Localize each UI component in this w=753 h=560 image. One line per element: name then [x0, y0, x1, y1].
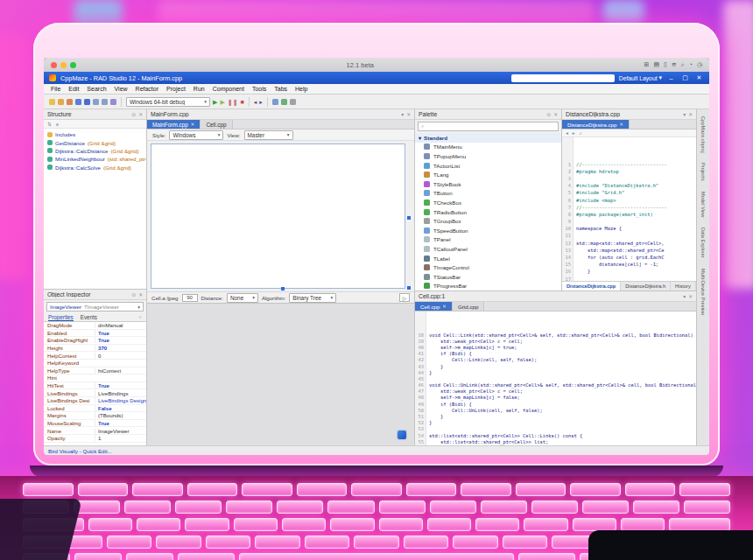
- property-row[interactable]: HelpContext 0: [44, 352, 146, 360]
- battery-icon[interactable]: ▯: [664, 61, 667, 68]
- dock-tab[interactable]: Model View: [700, 192, 706, 217]
- pin-icon[interactable]: ⊙: [546, 112, 551, 117]
- save-icon[interactable]: [75, 99, 81, 105]
- property-row[interactable]: MouseScaling True: [44, 420, 146, 428]
- tiles-icon[interactable]: ⊞: [644, 61, 650, 68]
- view-combo[interactable]: Master ▾: [244, 130, 293, 140]
- palette-component-item[interactable]: TActionList: [415, 161, 561, 171]
- chevron-down-icon[interactable]: ▾: [683, 294, 686, 299]
- close-icon[interactable]: ✕: [138, 112, 143, 117]
- palette-component-item[interactable]: TGroupBox: [415, 216, 561, 226]
- property-row[interactable]: Locked False: [44, 405, 146, 413]
- structure-tree-item[interactable]: MinLinkedNeighbour (std::shared_ptr<Cell…: [44, 155, 146, 163]
- structure-tree-item[interactable]: Dijkstra::CalcSolve (Grid &grid): [44, 164, 146, 172]
- undo-icon[interactable]: [93, 99, 99, 105]
- structure-tree-item[interactable]: Dijkstra::CalcDistance (Grid &grid): [44, 147, 146, 155]
- algorithm-combo[interactable]: Binary Tree ▾: [289, 293, 336, 303]
- file-view-tab[interactable]: DistanceDijkstra.h: [621, 282, 671, 290]
- layers-icon[interactable]: [272, 99, 278, 105]
- open-project-icon[interactable]: [67, 99, 73, 105]
- statusbar-link[interactable]: Bird Visually - Quick Edit...: [48, 448, 112, 454]
- back-icon[interactable]: ◂: [566, 130, 568, 136]
- close-icon[interactable]: ✕: [688, 112, 693, 117]
- dock-tab[interactable]: CppMaze.cbproj: [700, 116, 706, 152]
- palette-component-item[interactable]: TLang: [415, 170, 561, 179]
- titlebar-search-input[interactable]: [511, 74, 615, 82]
- menu-item[interactable]: Tabs: [274, 86, 287, 92]
- sort-icon[interactable]: ⇅: [47, 122, 52, 127]
- back-icon[interactable]: ◂: [254, 99, 257, 105]
- doc-tab[interactable]: Cell.cpp ✕: [415, 302, 453, 311]
- maximize-button[interactable]: ▢: [680, 74, 690, 81]
- close-icon[interactable]: ✕: [406, 112, 411, 117]
- menu-item[interactable]: View: [115, 86, 128, 92]
- doc-tab[interactable]: MainForm.cpp ✕: [147, 120, 201, 129]
- pin-icon[interactable]: ⊙: [131, 292, 136, 298]
- wifi-icon[interactable]: ≋: [672, 61, 677, 68]
- structure-tree-item[interactable]: GetDistance (Grid &grid): [44, 138, 146, 146]
- resize-handle[interactable]: [407, 216, 411, 220]
- minimize-button[interactable]: –: [666, 75, 676, 81]
- menu-item[interactable]: Edit: [68, 86, 79, 92]
- menu-item[interactable]: Search: [87, 86, 106, 92]
- property-row[interactable]: Enabled True: [44, 330, 146, 338]
- forward-icon[interactable]: ▸: [259, 99, 263, 105]
- distance-combo[interactable]: None ▾: [227, 293, 258, 303]
- doc-tab[interactable]: Cell.cpp ✕: [201, 120, 232, 129]
- run-icon[interactable]: ▶: [213, 99, 217, 105]
- resize-handle[interactable]: [281, 287, 285, 290]
- palette-component-item[interactable]: TStyleBook: [415, 179, 561, 189]
- doc-tab[interactable]: Grid.cpp ✕: [453, 302, 484, 311]
- form-canvas[interactable]: [151, 144, 405, 289]
- jpeg-quality-input[interactable]: 90: [182, 294, 198, 302]
- search-icon[interactable]: ⌕: [580, 130, 582, 136]
- palette-component-item[interactable]: TProgressBar: [415, 282, 561, 291]
- palette-search-box[interactable]: ⌕: [418, 122, 559, 131]
- structure-tree-item[interactable]: Includes: [44, 130, 146, 138]
- palette-component-item[interactable]: TButton: [415, 189, 561, 199]
- run-button[interactable]: ▷: [399, 293, 410, 302]
- property-row[interactable]: Name ImageViewer: [44, 427, 146, 435]
- palette-group-standard[interactable]: ▾ Standard: [415, 133, 561, 143]
- property-row[interactable]: LiveBindings Desi LiveBindings Designer: [44, 397, 146, 405]
- property-row[interactable]: EnableDragHighl True: [44, 337, 146, 345]
- palette-component-item[interactable]: TImageControl: [415, 262, 561, 272]
- dock-tab[interactable]: Multi-Device Preview: [700, 269, 706, 315]
- clock-icon[interactable]: ◷: [697, 61, 702, 68]
- property-row[interactable]: LiveBindings LiveBindings: [44, 389, 146, 397]
- property-row[interactable]: Opacity 1: [44, 435, 146, 443]
- close-icon[interactable]: ✕: [553, 112, 558, 117]
- palette-component-item[interactable]: TRadioButton: [415, 207, 561, 217]
- close-window-button[interactable]: [51, 62, 57, 68]
- file-view-tab[interactable]: DistanceDijkstra.cpp: [562, 282, 621, 290]
- palette-component-item[interactable]: TCalloutPanel: [415, 244, 561, 254]
- menu-item[interactable]: Tools: [252, 86, 266, 92]
- menu-item[interactable]: Component: [213, 86, 244, 92]
- chevron-down-icon[interactable]: ▾: [683, 112, 686, 117]
- menu-item[interactable]: Refactor: [136, 86, 158, 92]
- deploy-icon[interactable]: [281, 99, 287, 105]
- close-icon[interactable]: ✕: [138, 292, 143, 298]
- forward-icon[interactable]: ▸: [573, 130, 575, 136]
- menu-item[interactable]: Project: [166, 86, 186, 92]
- code-area[interactable]: 123456789101112131415161718 //----------…: [562, 137, 696, 281]
- property-row[interactable]: HitTest True: [44, 382, 146, 390]
- palette-component-item[interactable]: TSpeedButton: [415, 226, 561, 235]
- close-tab-icon[interactable]: ✕: [619, 122, 623, 127]
- property-row[interactable]: Hint: [44, 374, 146, 382]
- menu-item[interactable]: Help: [295, 86, 307, 92]
- palette-component-item[interactable]: TMainMenu: [415, 143, 561, 152]
- dock-tab[interactable]: Data Explorer: [700, 228, 706, 258]
- stop-icon[interactable]: ■: [241, 99, 244, 105]
- file-view-tab[interactable]: History: [671, 282, 696, 290]
- chevron-down-icon[interactable]: ▾: [401, 112, 404, 117]
- palette-component-item[interactable]: TPanel: [415, 235, 561, 245]
- property-row[interactable]: Margins (TBounds): [44, 412, 146, 420]
- open-file-icon[interactable]: [58, 99, 64, 105]
- menu-item[interactable]: Run: [194, 86, 205, 92]
- display-icon[interactable]: ▤: [653, 61, 659, 68]
- palette-component-item[interactable]: TPopupMenu: [415, 151, 561, 161]
- property-row[interactable]: HelpType htContext: [44, 368, 146, 375]
- doc-tab[interactable]: DistanceDijkstra.cpp ✕: [562, 120, 630, 129]
- resize-handle[interactable]: [407, 286, 411, 290]
